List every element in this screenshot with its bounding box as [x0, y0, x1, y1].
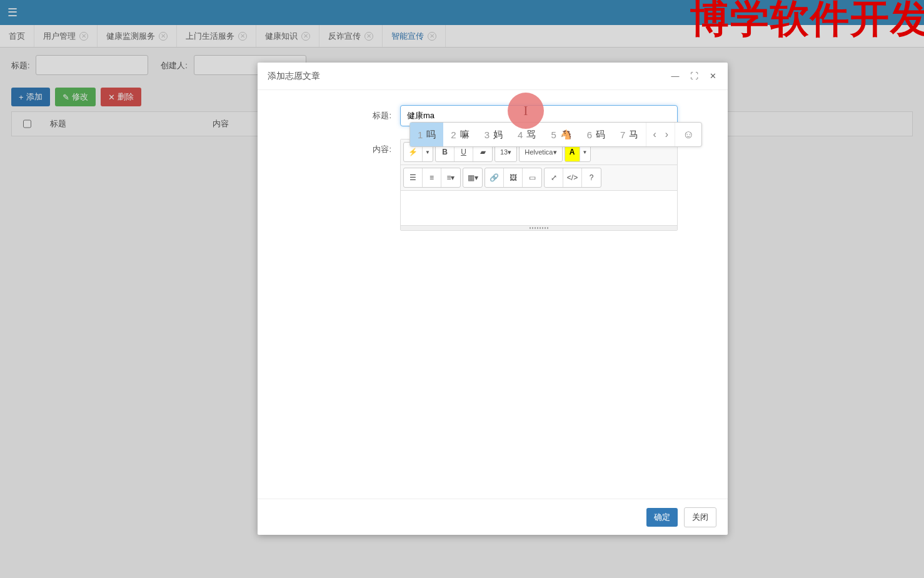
ime-char: 骂: [526, 129, 536, 137]
close-icon[interactable]: ✕: [708, 71, 718, 81]
ime-candidate-3[interactable]: 3 妈: [477, 123, 510, 136]
chevron-left-icon[interactable]: ‹: [653, 129, 656, 136]
ime-num: 7: [620, 129, 625, 137]
ime-candidate-5[interactable]: 5 🐴: [543, 123, 579, 136]
ime-num: 4: [518, 129, 523, 137]
ime-candidate-1[interactable]: 1 吗: [410, 123, 443, 136]
ime-num: 2: [451, 129, 456, 137]
maximize-icon[interactable]: ⛶: [689, 71, 699, 81]
ime-candidate-bar: 1 吗 2 嘛 3 妈 4 骂 5 🐴 6 码 7 马 ‹ › ☺: [409, 122, 702, 136]
minimize-icon[interactable]: —: [670, 71, 680, 81]
ime-char: 妈: [493, 129, 503, 137]
ime-num: 5: [551, 129, 556, 137]
emoji-icon[interactable]: ☺: [675, 123, 701, 136]
cursor-marker: [508, 93, 544, 129]
modal-title: 添加志愿文章: [268, 71, 320, 82]
ime-candidate-7[interactable]: 7 马: [613, 123, 646, 136]
chevron-right-icon[interactable]: ›: [665, 129, 668, 136]
modal-header: 添加志愿文章 — ⛶ ✕: [258, 63, 728, 90]
window-controls: — ⛶ ✕: [670, 71, 718, 81]
ime-char: 码: [596, 129, 605, 137]
ime-char: 马: [629, 129, 638, 137]
ime-candidate-2[interactable]: 2 嘛: [443, 123, 476, 136]
ime-num: 6: [587, 129, 592, 137]
ime-nav: ‹ ›: [646, 123, 675, 136]
ime-char: 嘛: [460, 129, 470, 137]
ime-num: 1: [418, 129, 423, 137]
ime-candidate-6[interactable]: 6 码: [580, 123, 613, 136]
ime-char: 🐴: [560, 129, 572, 136]
title-field-label: 标题:: [358, 105, 391, 121]
ime-num: 3: [485, 129, 490, 137]
ime-char: 吗: [426, 129, 436, 137]
